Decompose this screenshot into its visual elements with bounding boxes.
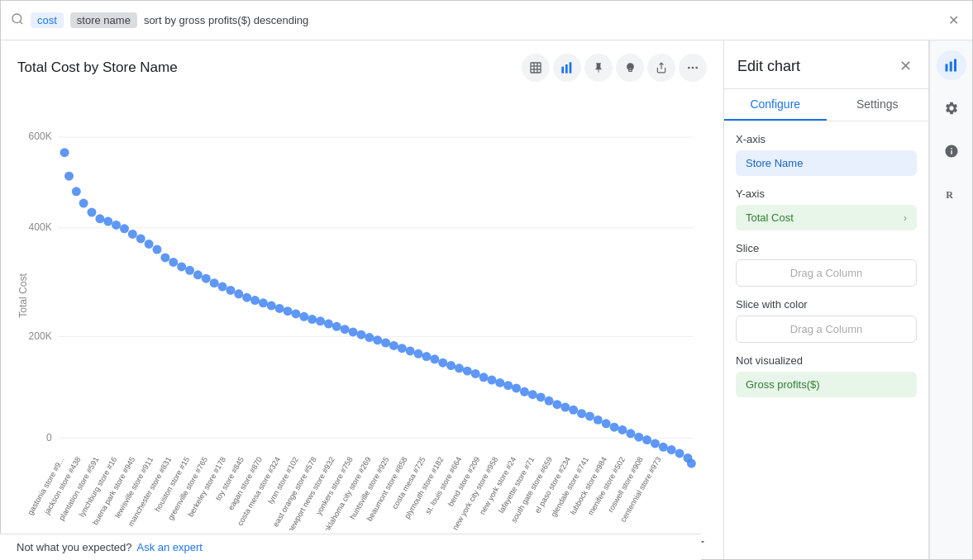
svg-point-85 (560, 403, 570, 412)
svg-point-30 (112, 221, 121, 230)
slice-drop-zone[interactable]: Drag a Column (736, 259, 917, 287)
svg-point-71 (446, 361, 455, 370)
svg-point-34 (145, 240, 154, 249)
svg-point-99 (675, 448, 684, 458)
svg-point-11 (688, 67, 690, 69)
svg-point-64 (389, 341, 398, 350)
svg-point-39 (185, 266, 194, 275)
y-axis-value[interactable]: Total Cost › (736, 205, 917, 230)
svg-point-46 (242, 293, 251, 302)
svg-text:Total Cost: Total Cost (17, 273, 29, 318)
svg-point-13 (695, 67, 698, 69)
x-axis-value[interactable]: Store Name (736, 150, 917, 176)
svg-point-89 (594, 415, 603, 425)
svg-point-75 (479, 373, 489, 382)
svg-rect-7 (561, 67, 564, 74)
svg-point-35 (153, 245, 162, 254)
r-logo-button[interactable]: R (937, 179, 966, 209)
search-bar: cost store name sort by gross profits($)… (1, 1, 972, 40)
y-axis-field-group: Y-axis Total Cost › (736, 187, 917, 230)
svg-point-33 (136, 234, 145, 243)
svg-point-55 (316, 316, 325, 325)
chart-header: Total Cost by Store Name (17, 54, 707, 82)
chart-canvas: 600K 400K 200K 0 Total Cost (17, 88, 707, 530)
slice-label: Slice (736, 242, 917, 254)
search-query: sort by gross profits($) descending (144, 14, 938, 26)
svg-point-65 (398, 344, 407, 353)
search-tag-cost[interactable]: cost (31, 12, 64, 28)
svg-point-12 (692, 67, 694, 69)
share-button[interactable] (647, 54, 675, 82)
slice-color-field-group: Slice with color Drag a Column (736, 298, 917, 343)
info-icon-button[interactable] (937, 136, 966, 166)
svg-point-67 (414, 349, 423, 358)
search-close-button[interactable]: ✕ (945, 9, 962, 31)
svg-point-24 (64, 172, 74, 181)
x-axis-label: X-axis (736, 133, 917, 145)
svg-point-61 (365, 333, 374, 342)
y-axis-chevron: › (904, 212, 907, 224)
svg-point-23 (60, 148, 69, 157)
svg-point-47 (250, 296, 260, 305)
slice-color-drop-zone[interactable]: Drag a Column (736, 316, 917, 343)
svg-point-53 (299, 312, 308, 321)
slice-field-group: Slice Drag a Column (736, 242, 917, 287)
gear-icon-button[interactable] (937, 93, 966, 123)
svg-rect-136 (945, 64, 947, 72)
svg-point-80 (520, 387, 529, 396)
chart-area: Total Cost by Store Name (1, 40, 724, 560)
svg-point-38 (177, 262, 186, 271)
more-options-button[interactable] (679, 54, 707, 82)
svg-point-81 (528, 390, 537, 399)
svg-point-93 (626, 429, 635, 438)
svg-point-50 (275, 304, 284, 313)
svg-point-87 (577, 409, 586, 418)
tab-settings[interactable]: Settings (827, 89, 929, 121)
svg-text:200K: 200K (29, 330, 52, 342)
not-expected-text: Not what you expected? (17, 541, 131, 553)
svg-rect-2 (531, 63, 541, 73)
pin-button[interactable] (584, 54, 613, 82)
svg-point-59 (349, 327, 358, 336)
svg-point-68 (422, 352, 431, 361)
svg-point-41 (202, 274, 211, 283)
svg-point-36 (160, 253, 169, 262)
svg-point-72 (455, 363, 464, 373)
not-visualized-value[interactable]: Gross profits($) (736, 372, 917, 397)
svg-point-45 (234, 289, 243, 298)
ask-expert-link[interactable]: Ask an expert (136, 541, 203, 553)
x-axis-field-group: X-axis Store Name (736, 133, 917, 176)
svg-point-56 (324, 320, 333, 329)
svg-point-66 (406, 346, 415, 355)
svg-line-1 (20, 21, 22, 24)
edit-chart-panel: Edit chart ✕ Configure Settings X-axis S… (724, 40, 929, 560)
bar-chart-icon-button[interactable] (937, 50, 966, 80)
svg-text:600K: 600K (29, 131, 52, 142)
svg-point-25 (72, 187, 81, 196)
slice-color-label: Slice with color (736, 298, 917, 311)
svg-point-94 (634, 433, 643, 442)
table-view-button[interactable] (522, 54, 550, 82)
svg-point-0 (12, 14, 21, 23)
svg-point-52 (291, 310, 300, 319)
chart-toolbar (522, 54, 707, 82)
svg-point-95 (642, 435, 651, 444)
svg-point-88 (585, 412, 594, 421)
insight-button[interactable] (616, 54, 644, 82)
chart-type-button[interactable] (553, 54, 581, 82)
edit-panel-close-button[interactable]: ✕ (896, 54, 915, 78)
svg-point-42 (210, 278, 219, 287)
page-footer: Not what you expected? Ask an expert (0, 534, 701, 560)
svg-point-83 (545, 396, 554, 406)
svg-point-40 (193, 270, 203, 279)
search-tag-store-name[interactable]: store name (70, 12, 137, 28)
edit-panel-title: Edit chart (737, 58, 800, 75)
svg-text:0: 0 (46, 432, 52, 444)
svg-point-28 (95, 214, 104, 223)
svg-point-27 (87, 208, 96, 217)
svg-point-79 (512, 383, 521, 392)
svg-point-90 (602, 419, 611, 428)
right-sidebar: R (929, 40, 972, 560)
tab-configure[interactable]: Configure (724, 89, 827, 121)
svg-point-98 (667, 445, 676, 454)
